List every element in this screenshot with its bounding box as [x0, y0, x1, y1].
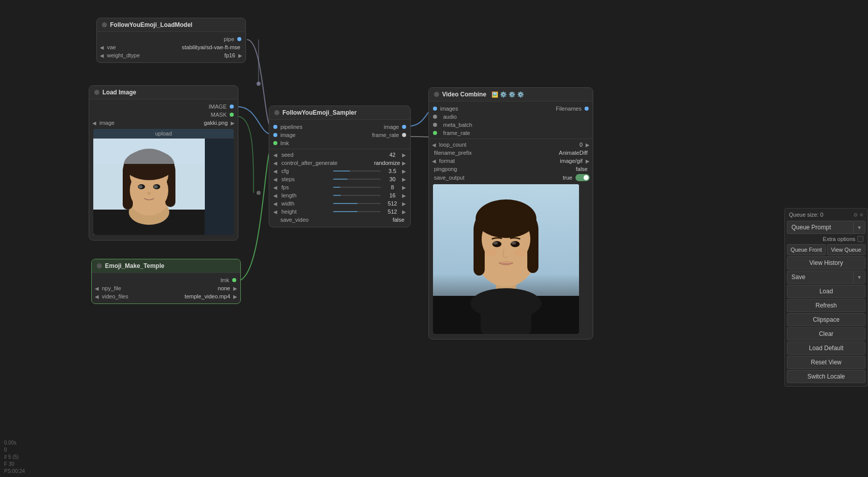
load-default-button[interactable]: Load Default	[787, 342, 865, 355]
sampler-width-bar[interactable]	[333, 203, 381, 204]
emoji-temple-video-arrow-l[interactable]: ◀	[95, 294, 99, 299]
sampler-pipelines-row: pipelines image	[269, 123, 410, 131]
status-fps: 0.00s	[4, 439, 57, 447]
sampler-height-arrow-l[interactable]: ◀	[273, 209, 277, 215]
sampler-steps-arrow-l[interactable]: ◀	[273, 177, 277, 182]
load-button[interactable]: Load	[787, 285, 865, 298]
load-model-weight-arrow-l[interactable]: ◀	[100, 53, 104, 58]
load-model-vae-value: stabilityai/sd-vae-ft-mse	[152, 44, 242, 50]
svg-point-38	[485, 249, 497, 257]
emoji-temple-npy-arrow-r[interactable]: ▶	[233, 286, 237, 291]
queue-prompt-arrow[interactable]: ▼	[853, 222, 865, 233]
sampler-framerate-out-port	[402, 133, 406, 137]
sampler-node: FollowYouEmoji_Sampler pipelines image i…	[269, 106, 411, 227]
queue-front-button[interactable]: Queue Front	[787, 244, 826, 255]
video-combine-body: images Filenames audio meta_batch frame_…	[429, 101, 593, 339]
sampler-steps-bar[interactable]	[333, 179, 381, 180]
status-line4: F 30	[4, 461, 57, 468]
vc-format-arrow-r[interactable]: ▶	[586, 158, 590, 164]
emoji-temple-dot	[97, 263, 102, 268]
sampler-fps-label: fps	[279, 184, 329, 190]
sampler-length-arrow-r[interactable]: ▶	[402, 193, 406, 198]
vc-loopcount-arrow-r[interactable]: ▶	[586, 142, 590, 148]
emoji-temple-npy-row: ◀ npy_file none ▶	[92, 284, 240, 292]
save-dropdown-arrow[interactable]: ▼	[853, 272, 865, 283]
clear-button[interactable]: Clear	[787, 327, 865, 340]
vc-loopcount-label: loop_count	[437, 142, 487, 148]
sampler-control-arrow-l[interactable]: ◀	[273, 160, 277, 166]
emoji-temple-node: Emoji_Make_Temple lmk ◀ npy_file none ▶ …	[91, 259, 241, 304]
vc-audio-label: audio	[440, 114, 457, 120]
vc-format-arrow-l[interactable]: ◀	[432, 158, 436, 164]
load-image-img-arrow-r[interactable]: ▶	[231, 120, 235, 126]
sampler-length-arrow-l[interactable]: ◀	[273, 193, 277, 198]
svg-point-39	[515, 249, 527, 257]
sampler-height-arrow-r[interactable]: ▶	[402, 209, 406, 215]
sampler-steps-arrow-r[interactable]: ▶	[402, 177, 406, 182]
right-panel-header: Queue size: 0 ⚙ ✕	[787, 211, 865, 219]
svg-point-27	[471, 288, 541, 319]
load-image-img-arrow-l[interactable]: ◀	[92, 120, 96, 126]
reset-view-button[interactable]: Reset View	[787, 356, 865, 369]
load-image-upload-area: upload	[93, 129, 234, 235]
load-image-img-row: ◀ image gakki.png ▶	[89, 119, 238, 127]
vc-loopcount-arrow-l[interactable]: ◀	[432, 142, 436, 148]
clipspace-button[interactable]: Clipspace	[787, 313, 865, 326]
sampler-height-row: ◀ height 512 ▶	[269, 208, 410, 216]
switch-locale-button[interactable]: Switch Locale	[787, 370, 865, 383]
vc-preview	[433, 184, 579, 334]
sampler-length-row: ◀ length 16 ▶	[269, 191, 410, 199]
emoji-temple-video-arrow-r[interactable]: ▶	[233, 294, 237, 299]
sampler-control-label: control_after_generate	[279, 160, 372, 166]
sampler-cfg-arrow-l[interactable]: ◀	[273, 168, 277, 174]
queue-prompt-button[interactable]: Queue Prompt	[787, 221, 853, 233]
sampler-length-bar[interactable]	[333, 195, 381, 196]
load-model-vae-arrow-l[interactable]: ◀	[100, 45, 104, 50]
sampler-seed-value: 42	[385, 152, 400, 158]
sampler-framerate-out-label: frame_rate	[372, 132, 399, 138]
vc-loopcount-row: ◀ loop_count 0 ▶	[429, 141, 593, 149]
sampler-image-port	[273, 133, 277, 137]
save-button[interactable]: Save	[787, 271, 853, 283]
vc-images-label: images	[437, 106, 458, 112]
sampler-seed-arrow-l[interactable]: ◀	[273, 152, 277, 158]
emoji-temple-npy-arrow-l[interactable]: ◀	[95, 286, 99, 291]
load-model-node: FollowYouEmoji_LoadModel pipe ◀ vae stab…	[96, 18, 246, 63]
load-model-pipe-port	[237, 37, 241, 41]
sampler-width-arrow-l[interactable]: ◀	[273, 201, 277, 207]
view-history-button[interactable]: View History	[787, 256, 865, 269]
save-container: Save ▼	[787, 270, 865, 284]
vc-prefix-value: AnimateDiff	[486, 150, 590, 156]
sampler-cfg-arrow-r[interactable]: ▶	[402, 168, 406, 174]
sampler-height-bar[interactable]	[333, 211, 381, 212]
load-model-vae-label: vae	[105, 44, 151, 50]
load-model-weight-arrow-r[interactable]: ▶	[238, 53, 242, 58]
sampler-control-arrow-r[interactable]: ▶	[402, 160, 406, 166]
sampler-width-arrow-r[interactable]: ▶	[402, 201, 406, 207]
load-image-body: IMAGE MASK ◀ image gakki.png ▶ upload	[89, 99, 238, 240]
sampler-pipelines-label: pipelines	[280, 124, 302, 130]
load-model-dot	[102, 22, 107, 27]
sampler-fps-row: ◀ fps 8 ▶	[269, 183, 410, 191]
emoji-temple-npy-value: none	[146, 285, 232, 291]
vc-saveoutput-toggle[interactable]	[575, 174, 590, 181]
view-queue-button[interactable]: View Queue	[827, 244, 866, 255]
sampler-lmk-label: lmk	[280, 140, 289, 146]
extra-options-checkbox[interactable]	[857, 236, 863, 242]
svg-point-37	[476, 199, 536, 238]
sampler-fps-arrow-l[interactable]: ◀	[273, 185, 277, 190]
vc-pingpong-value: false	[486, 166, 590, 172]
load-image-mask-port-row: MASK	[89, 111, 238, 119]
sampler-fps-arrow-r[interactable]: ▶	[402, 185, 406, 190]
status-line2: 0	[4, 447, 57, 454]
vc-images-port	[433, 107, 437, 111]
sampler-cfg-bar[interactable]	[333, 171, 381, 172]
sampler-seed-arrow-r[interactable]: ▶	[402, 152, 406, 158]
refresh-button[interactable]: Refresh	[787, 299, 865, 312]
load-model-pipe-label: pipe	[224, 36, 234, 42]
load-image-node: Load Image IMAGE MASK ◀ image gakki.png …	[89, 85, 238, 241]
sampler-savevideo-label: save_video	[273, 217, 389, 223]
sampler-fps-bar[interactable]	[333, 187, 381, 188]
sampler-seed-row: ◀ seed 42 ▶	[269, 151, 410, 159]
load-image-upload-btn[interactable]: upload	[93, 129, 234, 139]
